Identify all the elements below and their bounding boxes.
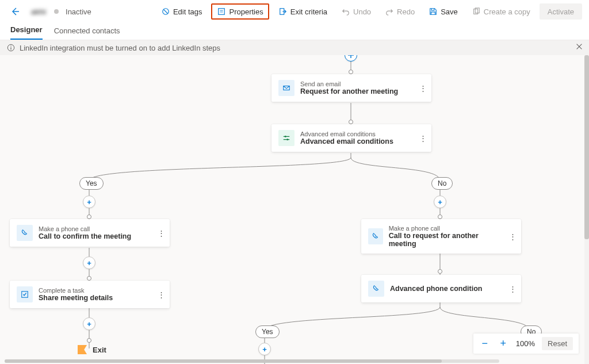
node-more-button[interactable]: ⋮	[419, 84, 427, 93]
plus-icon	[348, 55, 354, 58]
node-call-request[interactable]: Make a phone call Call to request for an…	[361, 219, 521, 254]
undo-icon	[341, 7, 350, 16]
connector-dot	[87, 338, 91, 343]
zoom-control: − + 100% Reset	[473, 334, 579, 354]
status-dot-icon	[54, 9, 59, 14]
record-name: akhi	[28, 7, 49, 16]
status-text: Inactive	[66, 7, 91, 16]
horizontal-scrollbar[interactable]	[5, 359, 499, 363]
back-button[interactable]	[7, 3, 23, 20]
info-icon	[7, 44, 15, 52]
scrollbar-thumb[interactable]	[5, 359, 442, 363]
exit-label: Exit	[93, 346, 106, 354]
save-button[interactable]: Save	[424, 3, 462, 20]
branch-yes-pill[interactable]: Yes	[255, 325, 280, 338]
node-more-button[interactable]: ⋮	[158, 290, 165, 299]
activate-label: Activate	[548, 7, 574, 16]
arrow-left-icon	[10, 7, 20, 16]
flag-icon	[78, 345, 87, 354]
exit-criteria-label: Exit criteria	[290, 7, 327, 16]
node-advanced-email-conditions[interactable]: Advanced email conditions Advanced email…	[271, 124, 431, 152]
svg-point-28	[285, 136, 286, 137]
zoom-reset-button[interactable]: Reset	[542, 337, 573, 350]
undo-label: Undo	[353, 7, 371, 16]
conditions-icon	[278, 130, 294, 146]
properties-icon	[217, 7, 226, 16]
connector-dot	[87, 276, 91, 281]
node-title: Advanced email conditions	[300, 137, 393, 145]
activate-button: Activate	[540, 3, 582, 20]
phone-icon	[17, 225, 33, 241]
add-step-button[interactable]: +	[434, 196, 446, 208]
node-title: Share meeting details	[39, 294, 113, 302]
branch-no-pill[interactable]: No	[431, 177, 453, 190]
info-banner: LinkedIn integration must be turned on t…	[0, 40, 589, 55]
connector-dot	[438, 214, 442, 219]
svg-line-1	[163, 10, 167, 14]
connector-dot	[349, 120, 353, 124]
node-more-button[interactable]: ⋮	[419, 134, 427, 143]
scrollbar-thumb[interactable]	[584, 55, 589, 239]
add-step-button[interactable]: +	[258, 343, 271, 355]
node-title: Call to confirm the meeting	[39, 232, 131, 240]
redo-button: Redo	[380, 3, 419, 20]
node-type: Make a phone call	[39, 225, 131, 232]
node-type: Advanced email conditions	[300, 131, 393, 137]
node-call-confirm[interactable]: Make a phone call Call to confirm the me…	[10, 219, 170, 247]
branch-yes-pill[interactable]: Yes	[79, 177, 104, 190]
start-node[interactable]	[345, 55, 357, 62]
connector-dot	[87, 214, 91, 219]
node-complete-task[interactable]: Complete a task Share meeting details ⋮	[10, 281, 170, 308]
zoom-out-button[interactable]: −	[479, 338, 491, 350]
phone-condition-icon	[368, 281, 384, 297]
canvas[interactable]: Send an email Request for another meetin…	[0, 55, 589, 364]
tab-designer[interactable]: Designer	[10, 25, 43, 40]
close-icon	[575, 43, 583, 51]
node-type: Send an email	[300, 81, 398, 87]
exit-criteria-button[interactable]: Exit criteria	[274, 3, 332, 20]
canvas-viewport[interactable]: Send an email Request for another meetin…	[0, 55, 589, 364]
node-more-button[interactable]: ⋮	[509, 285, 517, 293]
save-icon	[429, 7, 438, 16]
node-advanced-phone-condition[interactable]: Advanced phone condition ⋮	[361, 275, 521, 302]
create-copy-button: Create a copy	[467, 3, 535, 20]
task-icon	[17, 286, 33, 302]
email-icon	[278, 80, 294, 96]
exit-icon	[278, 7, 288, 16]
svg-point-10	[10, 45, 12, 47]
top-bar: akhi Inactive Edit tags Properties Exit …	[0, 0, 589, 23]
banner-close-button[interactable]	[575, 43, 583, 53]
redo-label: Redo	[397, 7, 415, 16]
node-more-button[interactable]: ⋮	[509, 232, 517, 241]
copy-icon	[472, 7, 481, 16]
node-more-button[interactable]: ⋮	[158, 229, 165, 237]
edit-tags-label: Edit tags	[173, 7, 202, 16]
svg-point-29	[286, 139, 288, 140]
tab-row: Designer Connected contacts	[0, 23, 589, 40]
exit-node[interactable]: Exit	[78, 345, 106, 354]
node-title: Call to request for another meeting	[389, 232, 498, 248]
add-step-button[interactable]: +	[83, 256, 95, 269]
redo-icon	[385, 7, 394, 16]
svg-rect-2	[219, 9, 225, 15]
create-copy-label: Create a copy	[484, 7, 530, 16]
edit-tags-button[interactable]: Edit tags	[156, 3, 207, 20]
add-step-button[interactable]: +	[83, 196, 95, 208]
node-title: Request for another meeting	[300, 87, 398, 95]
connector-dot	[349, 70, 353, 74]
banner-message: LinkedIn integration must be turned on t…	[20, 44, 220, 52]
zoom-in-button[interactable]: +	[498, 338, 509, 350]
tab-connected-contacts[interactable]: Connected contacts	[54, 26, 120, 40]
save-label: Save	[441, 7, 458, 16]
tag-icon	[161, 7, 170, 16]
properties-button[interactable]: Properties	[211, 3, 269, 20]
phone-icon	[368, 228, 383, 244]
node-type: Complete a task	[39, 287, 113, 294]
node-type: Make a phone call	[389, 225, 498, 232]
add-step-button[interactable]: +	[83, 317, 95, 330]
properties-label: Properties	[229, 7, 263, 16]
connector-dot	[438, 269, 442, 274]
node-title: Advanced phone condition	[390, 285, 482, 293]
zoom-level: 100%	[516, 339, 535, 348]
node-send-email[interactable]: Send an email Request for another meetin…	[271, 74, 431, 102]
